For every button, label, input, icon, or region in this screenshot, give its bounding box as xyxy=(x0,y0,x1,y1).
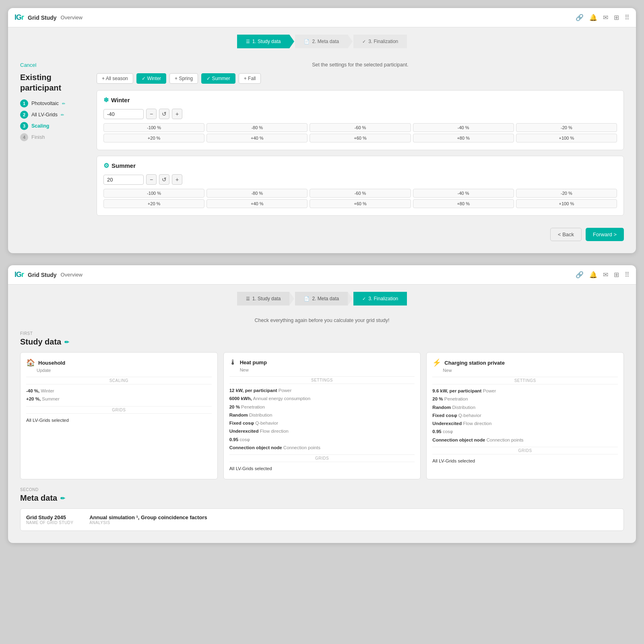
winter-pct-n40[interactable]: -40 % xyxy=(413,123,514,132)
sidebar-step-4: 4 Finish xyxy=(20,133,85,141)
step-1-study[interactable]: ☰ 1. Study data xyxy=(237,35,290,48)
step-2-meta[interactable]: 📄 2. Meta data xyxy=(295,35,348,48)
winter-pct-n100[interactable]: -100 % xyxy=(103,123,204,132)
step2-label: 2. Meta data xyxy=(312,39,339,44)
season-tabs: + All season ✓ Winter + Spring ✓ Summer … xyxy=(97,73,624,84)
edit-icon-2[interactable]: ✏ xyxy=(61,113,64,117)
sidebar-step-3: 3 Scaling xyxy=(20,122,85,130)
settings-text: Set the settings for the selected partic… xyxy=(97,62,624,68)
tab-all-season[interactable]: + All season xyxy=(97,73,133,84)
heat-pump-row-3: Random Distribution xyxy=(229,412,415,419)
logo-1: IGr xyxy=(14,13,24,22)
first-label: FIRST xyxy=(20,331,624,336)
share-icon-2[interactable]: 🔗 xyxy=(576,271,584,279)
summer-pct-n100[interactable]: -100 % xyxy=(103,189,204,198)
apps-icon[interactable]: ⠿ xyxy=(625,14,630,21)
tab-winter[interactable]: ✓ Winter xyxy=(136,73,166,84)
mail-icon-2[interactable]: ✉ xyxy=(603,271,608,279)
step-3-final[interactable]: ✓ 3. Finalization xyxy=(353,35,407,48)
app-title-1: Grid Study xyxy=(28,14,57,21)
top-bar-2: IGr Grid Study Overview 🔗 🔔 ✉ ⊞ ⠿ xyxy=(8,265,636,285)
edit-icon-1[interactable]: ✏ xyxy=(62,101,65,106)
step2-3-final[interactable]: ✓ 3. Finalization xyxy=(353,292,407,305)
summer-pct-p20[interactable]: +20 % xyxy=(103,199,204,208)
summer-minus-btn[interactable]: − xyxy=(146,174,157,185)
cards-row: 🏠 Household Update SCALING -40 %, Winter… xyxy=(20,352,624,479)
tab-fall[interactable]: + Fall xyxy=(239,73,261,84)
arrow2-1 xyxy=(289,292,294,305)
winter-pct-n60[interactable]: -60 % xyxy=(310,123,411,132)
summer-pct-p80[interactable]: +80 % xyxy=(413,199,514,208)
share-icon[interactable]: 🔗 xyxy=(576,14,584,21)
top-bar-right-2: 🔗 🔔 ✉ ⊞ ⠿ xyxy=(576,271,630,279)
winter-minus-btn[interactable]: − xyxy=(146,109,157,119)
winter-pct-p20[interactable]: +20 % xyxy=(103,134,204,142)
summer-value-input[interactable] xyxy=(103,175,144,185)
heat-pump-row-0: 12 kW, per participant Power xyxy=(229,387,415,394)
mail-icon[interactable]: ✉ xyxy=(603,14,608,21)
study-data-title-text: Study data xyxy=(20,337,61,347)
meta-item-1: Annual simulation ¹, Group coincidence f… xyxy=(89,514,207,525)
meta-data-edit-icon[interactable]: ✏ xyxy=(60,495,65,502)
heat-pump-header: 🌡 Heat pump xyxy=(229,358,415,367)
winter-value-row: − ↺ + xyxy=(103,109,617,119)
winter-pct-n20[interactable]: -20 % xyxy=(516,123,617,132)
winter-refresh-btn[interactable]: ↺ xyxy=(159,109,169,119)
winter-pct-p60[interactable]: +60 % xyxy=(310,134,411,142)
winter-pct-p40[interactable]: +40 % xyxy=(206,134,308,142)
step2-1-study[interactable]: ☰ 1. Study data xyxy=(237,292,290,305)
summer-pct-p40[interactable]: +40 % xyxy=(206,199,308,208)
charging-name: Charging station private xyxy=(444,360,505,366)
step3-icon: ✓ xyxy=(362,39,366,44)
study-data-title: Study data ✏ xyxy=(20,337,624,347)
summer-refresh-btn[interactable]: ↺ xyxy=(159,174,169,185)
charging-sub: New xyxy=(443,368,618,373)
step2-3-icon: ✓ xyxy=(362,296,366,301)
apps-icon-2[interactable]: ⠿ xyxy=(625,271,630,279)
summer-pct-p100[interactable]: +100 % xyxy=(516,199,617,208)
summer-neg-pcts: -100 % -80 % -60 % -40 % -20 % xyxy=(103,189,617,198)
summer-plus-btn[interactable]: + xyxy=(172,174,182,185)
summer-pct-n40[interactable]: -40 % xyxy=(413,189,514,198)
winter-pct-n80[interactable]: -80 % xyxy=(206,123,308,132)
summer-pct-n80[interactable]: -80 % xyxy=(206,189,308,198)
household-scaling-label: SCALING xyxy=(26,377,212,384)
top-bar-1: IGr Grid Study Overview 🔗 🔔 ✉ ⊞ ⠿ xyxy=(8,8,636,27)
tab-summer[interactable]: ✓ Summer xyxy=(201,73,235,84)
tab-spring[interactable]: + Spring xyxy=(169,73,198,84)
back-button[interactable]: < Back xyxy=(550,228,582,241)
winter-title-text: Winter xyxy=(111,97,130,103)
bell-icon[interactable]: 🔔 xyxy=(589,14,597,21)
summer-pct-n20[interactable]: -20 % xyxy=(516,189,617,198)
arrow2-2 xyxy=(348,292,353,305)
winter-plus-btn[interactable]: + xyxy=(172,109,182,119)
heat-pump-grids-value: All LV-Grids selected xyxy=(229,465,415,472)
heat-pump-card: 🌡 Heat pump New SETTINGS 12 kW, per part… xyxy=(223,352,421,479)
charging-grids-value: All LV-Grids selected xyxy=(432,458,618,464)
winter-pct-p100[interactable]: +100 % xyxy=(516,134,617,142)
forward-button[interactable]: Forward > xyxy=(586,228,624,241)
household-grids-value: All LV-Grids selected xyxy=(26,417,212,424)
summer-pct-n60[interactable]: -60 % xyxy=(310,189,411,198)
winter-title: ❄ Winter xyxy=(103,96,617,104)
second-label: SECOND xyxy=(20,487,624,492)
step1-icon: ☰ xyxy=(246,39,250,44)
step2-2-meta[interactable]: 📄 2. Meta data xyxy=(295,292,348,305)
winter-value-input[interactable] xyxy=(103,109,144,119)
study-data-edit-icon[interactable]: ✏ xyxy=(64,339,69,345)
nav-link-1[interactable]: Overview xyxy=(61,14,83,21)
sidebar-step-1: 1 Photovoltaic ✏ xyxy=(20,99,85,107)
sidebar-step-2: 2 All LV-Grids ✏ xyxy=(20,111,85,119)
grid-icon[interactable]: ⊞ xyxy=(614,14,619,21)
step2-3-label: 3. Finalization xyxy=(368,296,398,301)
cancel-link[interactable]: Cancel xyxy=(20,62,85,68)
nav-link-2[interactable]: Overview xyxy=(61,272,83,278)
summer-pct-p60[interactable]: +60 % xyxy=(310,199,411,208)
charging-header: ⚡ Charging station private xyxy=(432,358,618,367)
winter-pos-pcts: +20 % +40 % +60 % +80 % +100 % xyxy=(103,134,617,142)
winter-pct-p80[interactable]: +80 % xyxy=(413,134,514,142)
grid-icon-2[interactable]: ⊞ xyxy=(614,271,619,279)
bell-icon-2[interactable]: 🔔 xyxy=(589,271,597,279)
heat-pump-grids-label: GRIDS xyxy=(229,454,415,462)
step-num-1: 1 xyxy=(20,99,28,107)
